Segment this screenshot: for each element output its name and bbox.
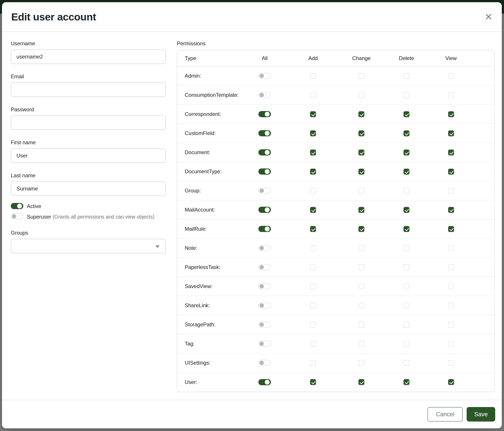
permission-add-checkbox[interactable]	[310, 322, 316, 328]
permission-all-toggle[interactable]	[258, 169, 271, 175]
permission-change-checkbox[interactable]	[359, 111, 364, 117]
permission-add-checkbox[interactable]	[310, 92, 316, 98]
permission-view-checkbox[interactable]	[448, 322, 454, 328]
close-icon[interactable]: ✕	[485, 12, 493, 22]
permission-delete-checkbox[interactable]	[404, 264, 409, 270]
permission-view-checkbox[interactable]	[448, 207, 454, 213]
permission-all-toggle[interactable]	[258, 245, 271, 251]
permission-delete-checkbox[interactable]	[404, 130, 409, 136]
permission-view-checkbox[interactable]	[448, 264, 454, 270]
permission-change-checkbox[interactable]	[359, 341, 364, 347]
permission-view-checkbox[interactable]	[448, 111, 454, 117]
permission-all-toggle[interactable]	[258, 283, 271, 289]
active-row: Active	[11, 203, 166, 210]
permission-delete-checkbox[interactable]	[404, 341, 409, 347]
permission-add-checkbox[interactable]	[310, 207, 316, 213]
permission-view-checkbox[interactable]	[448, 169, 454, 175]
permission-delete-checkbox[interactable]	[404, 226, 409, 232]
save-button[interactable]: Save	[467, 407, 495, 422]
first-name-label: First name	[11, 139, 166, 146]
permission-view-checkbox[interactable]	[448, 341, 454, 347]
permission-delete-checkbox[interactable]	[404, 111, 409, 117]
permission-add-checkbox[interactable]	[310, 379, 316, 385]
permission-change-checkbox[interactable]	[359, 92, 364, 98]
username-input[interactable]	[11, 49, 166, 64]
permission-all-toggle[interactable]	[258, 92, 271, 98]
permission-all-toggle[interactable]	[258, 341, 271, 347]
permission-add-checkbox[interactable]	[310, 264, 316, 270]
permission-delete-checkbox[interactable]	[404, 303, 409, 308]
permission-change-checkbox[interactable]	[359, 73, 364, 79]
permission-change-checkbox[interactable]	[359, 322, 364, 328]
permission-delete-checkbox[interactable]	[404, 92, 409, 98]
permission-view-checkbox[interactable]	[448, 188, 454, 194]
permission-change-checkbox[interactable]	[359, 226, 364, 232]
permission-change-checkbox[interactable]	[359, 130, 364, 136]
permission-add-checkbox[interactable]	[310, 169, 316, 175]
superuser-toggle[interactable]	[11, 213, 23, 219]
permission-change-checkbox[interactable]	[359, 169, 364, 175]
permission-add-checkbox[interactable]	[310, 245, 316, 251]
permission-delete-checkbox[interactable]	[404, 379, 409, 385]
groups-select[interactable]	[11, 239, 166, 253]
permission-change-checkbox[interactable]	[359, 245, 364, 251]
permission-change-checkbox[interactable]	[359, 264, 364, 270]
permission-delete-checkbox[interactable]	[404, 73, 409, 79]
permission-change-checkbox[interactable]	[359, 188, 364, 194]
permission-delete-checkbox[interactable]	[404, 360, 409, 366]
permission-add-checkbox[interactable]	[310, 111, 316, 117]
permission-change-checkbox[interactable]	[359, 150, 364, 155]
permission-view-checkbox[interactable]	[448, 150, 454, 155]
permission-all-toggle[interactable]	[258, 111, 271, 117]
permission-delete-checkbox[interactable]	[404, 283, 409, 289]
permission-delete-checkbox[interactable]	[404, 207, 409, 213]
permission-all-toggle[interactable]	[258, 264, 271, 270]
permission-view-checkbox[interactable]	[448, 379, 454, 385]
permission-all-toggle[interactable]	[258, 207, 271, 213]
permission-change-checkbox[interactable]	[359, 379, 364, 385]
permission-all-toggle[interactable]	[258, 226, 271, 232]
permission-add-checkbox[interactable]	[310, 303, 316, 308]
email-input[interactable]	[11, 82, 166, 97]
permission-all-toggle[interactable]	[258, 322, 271, 328]
permission-view-checkbox[interactable]	[448, 92, 454, 98]
permission-add-checkbox[interactable]	[310, 341, 316, 347]
permission-all-toggle[interactable]	[258, 188, 271, 194]
permission-view-checkbox[interactable]	[448, 226, 454, 232]
permission-all-toggle[interactable]	[258, 302, 271, 308]
permission-add-checkbox[interactable]	[310, 130, 316, 136]
permission-delete-checkbox[interactable]	[404, 245, 409, 251]
permission-view-checkbox[interactable]	[448, 360, 454, 366]
permission-add-checkbox[interactable]	[310, 188, 316, 194]
permission-add-checkbox[interactable]	[310, 360, 316, 366]
permission-delete-checkbox[interactable]	[404, 150, 409, 155]
permission-view-checkbox[interactable]	[448, 245, 454, 251]
permission-delete-checkbox[interactable]	[404, 322, 409, 328]
permission-add-checkbox[interactable]	[310, 73, 316, 79]
permission-add-checkbox[interactable]	[310, 226, 316, 232]
permission-add-checkbox[interactable]	[310, 150, 316, 155]
permission-change-checkbox[interactable]	[359, 283, 364, 289]
permission-view-checkbox[interactable]	[448, 303, 454, 308]
permission-view-checkbox[interactable]	[448, 130, 454, 136]
permission-all-toggle[interactable]	[258, 130, 271, 136]
permission-change-checkbox[interactable]	[359, 207, 364, 213]
permission-all-toggle[interactable]	[258, 73, 271, 79]
last-name-input[interactable]	[11, 181, 166, 196]
permission-view-checkbox[interactable]	[448, 283, 454, 289]
permission-all-toggle[interactable]	[258, 149, 271, 155]
permission-change-checkbox[interactable]	[359, 360, 364, 366]
permission-delete-checkbox[interactable]	[404, 169, 409, 175]
active-toggle[interactable]	[11, 203, 23, 209]
column-header-all: All	[262, 55, 268, 61]
permission-add-checkbox[interactable]	[310, 283, 316, 289]
permission-all-toggle[interactable]	[258, 379, 271, 385]
superuser-hint: (Grants all permissions and can view obj…	[53, 214, 154, 220]
permission-all-toggle[interactable]	[258, 360, 271, 366]
cancel-button[interactable]: Cancel	[427, 407, 463, 422]
password-input[interactable]	[11, 116, 166, 130]
permission-view-checkbox[interactable]	[448, 73, 454, 79]
permission-change-checkbox[interactable]	[359, 303, 364, 308]
first-name-input[interactable]	[11, 148, 166, 163]
permission-delete-checkbox[interactable]	[404, 188, 409, 194]
